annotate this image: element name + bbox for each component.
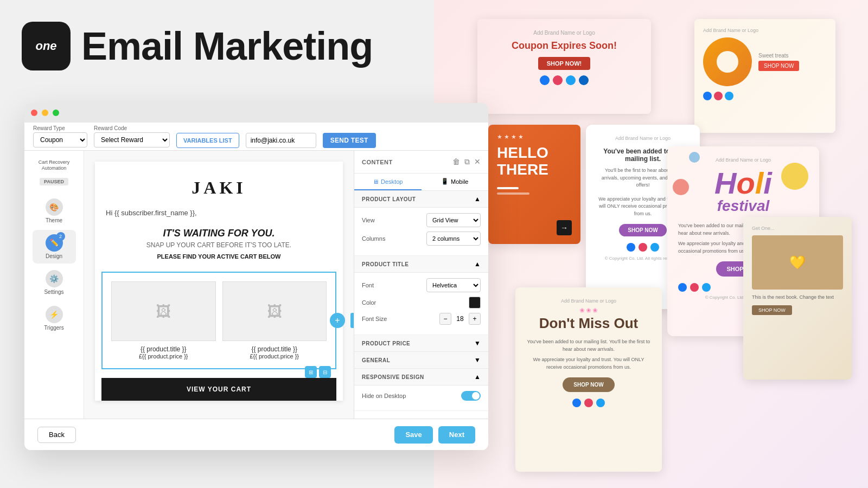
coupon-expires-text: Coupon Expires Soon! xyxy=(488,40,640,52)
back-button[interactable]: Back xyxy=(37,427,76,443)
hide-desktop-label: Hide on Desktop xyxy=(362,393,406,399)
product-price-2: £{{ product.price }} xyxy=(222,353,327,359)
app-title: Email Marketing xyxy=(81,24,373,68)
product-card-2: 🖼 {{ product.title }} £{{ product.price … xyxy=(222,281,327,359)
sidebar-design-label: Design xyxy=(46,253,62,259)
tab-mobile[interactable]: 📱 Mobile xyxy=(422,174,489,190)
product-title-section-header[interactable]: PRODUCT TITLE ▲ xyxy=(354,256,488,273)
add-block-button[interactable]: + xyxy=(330,313,345,328)
font-size-label: Font Size xyxy=(362,316,387,322)
general-section-header[interactable]: GENERAL ▼ xyxy=(354,352,488,369)
sidebar-item-settings[interactable]: ⚙️ Settings xyxy=(33,266,76,299)
next-button[interactable]: Next xyxy=(438,426,475,444)
reward-type-select[interactable]: Coupon xyxy=(33,132,87,147)
tab-mobile-label: Mobile xyxy=(451,178,468,185)
reward-code-select[interactable]: Select Reward xyxy=(94,132,170,147)
product-layout-section-header[interactable]: PRODUCT LAYOUT ▲ xyxy=(354,191,488,208)
product-card-1: 🖼 {{ product.title }} £{{ product.price … xyxy=(111,281,216,359)
view-field: View Grid View xyxy=(362,213,481,227)
color-swatch[interactable] xyxy=(469,297,481,309)
logo-box: one xyxy=(22,22,71,70)
variables-list-button[interactable]: VARIABLES LIST xyxy=(176,133,239,148)
email-body: JAKI Hi {{ subscriber.first_name }}, IT'… xyxy=(95,162,343,401)
font-size-increase[interactable]: + xyxy=(469,313,481,325)
minimize-dot[interactable] xyxy=(42,110,48,116)
donut-template-card: Add Brand Name or Logo Sweet treats SHOP… xyxy=(694,19,835,133)
desktop-icon: 🖥 xyxy=(373,178,379,185)
sidebar-item-theme[interactable]: 🎨 Theme xyxy=(33,194,76,228)
shop-now-btn-coupon: SHOP NOW! xyxy=(538,57,591,70)
maximize-dot[interactable] xyxy=(53,110,59,116)
chevron-up-icon: ▲ xyxy=(474,195,481,203)
mobile-icon: 📱 xyxy=(441,178,449,185)
settings-icon: ⚙️ xyxy=(46,270,63,287)
paused-badge: PAUSED xyxy=(40,178,68,185)
block-actions: ⊞ ⊟ xyxy=(305,366,331,378)
image-placeholder-2: 🖼 xyxy=(267,303,282,320)
content-area: Cart RecoveryAutomation PAUSED 🎨 Theme ✏… xyxy=(24,151,488,450)
main-window: Reward Type Coupon Reward Code Select Re… xyxy=(24,103,488,450)
sidebar-theme-label: Theme xyxy=(46,217,62,223)
get-one-card: Get One... 💛 This is the next book. Chan… xyxy=(743,217,852,380)
product-image-2: 🖼 xyxy=(222,281,327,341)
expand-arrow-button[interactable]: › xyxy=(350,313,354,328)
hide-desktop-toggle[interactable] xyxy=(461,391,481,401)
test-email-input[interactable] xyxy=(246,133,316,148)
right-panel: CONTENT 🗑 ⧉ ✕ 🖥 Desktop 📱 Mobile xyxy=(354,151,488,450)
reward-type-group: Reward Type Coupon xyxy=(33,125,87,147)
sidebar-item-triggers[interactable]: ⚡ Triggers xyxy=(33,301,76,335)
reward-code-group: Reward Code Select Reward xyxy=(94,125,170,147)
panel-tabs: 🖥 Desktop 📱 Mobile xyxy=(354,174,488,191)
products-grid: 🖼 {{ product.title }} £{{ product.price … xyxy=(101,272,336,369)
sidebar-automation-label: Cart RecoveryAutomation xyxy=(39,159,70,171)
responsive-design-body: Hide on Desktop xyxy=(354,386,488,411)
product-title-2: {{ product.title }} xyxy=(222,345,327,353)
save-button[interactable]: Save xyxy=(394,426,432,444)
email-greeting: Hi {{ subscriber.first_name }}, xyxy=(95,209,343,222)
product-title-1: {{ product.title }} xyxy=(111,345,216,353)
view-select[interactable]: Grid View xyxy=(426,213,481,227)
products-section: 🖼 {{ product.title }} £{{ product.price … xyxy=(95,272,343,369)
font-select[interactable]: Helvetica xyxy=(426,278,481,292)
trash-icon[interactable]: 🗑 xyxy=(452,157,460,166)
app-header: one Email Marketing xyxy=(22,22,373,70)
design-icon-wrap: ✏️ 2 xyxy=(46,234,63,252)
block-action-1[interactable]: ⊞ xyxy=(305,366,317,378)
toggle-knob xyxy=(472,392,480,400)
hello-there-card: ★ ★ ★ ★ HELLO THERE → xyxy=(488,125,580,244)
hero-title: IT'S WAITING FOR YOU. xyxy=(106,228,332,239)
reward-type-label: Reward Type xyxy=(33,125,87,131)
close-icon[interactable]: ✕ xyxy=(474,157,481,166)
hero-subtitle: SNAP UP YOUR CART BEFORE IT'S TOO LATE. xyxy=(106,241,332,249)
copy-icon[interactable]: ⧉ xyxy=(464,157,470,166)
image-placeholder-1: 🖼 xyxy=(156,303,171,320)
background-collage: Add Brand Name or Logo Coupon Expires So… xyxy=(434,0,868,488)
sidebar-settings-label: Settings xyxy=(44,289,63,295)
product-title-section-label: PRODUCT TITLE xyxy=(362,261,409,267)
columns-select[interactable]: 2 columns xyxy=(426,232,481,246)
reward-code-label: Reward Code xyxy=(94,125,170,131)
product-layout-body: View Grid View Columns 2 columns xyxy=(354,208,488,256)
tab-desktop[interactable]: 🖥 Desktop xyxy=(354,174,422,190)
product-price-section-header[interactable]: PRODUCT PRICE ▼ xyxy=(354,335,488,352)
font-size-decrease[interactable]: − xyxy=(439,313,451,325)
view-label: View xyxy=(362,217,375,223)
responsive-design-section-header[interactable]: RESPONSIVE DESIGN ▲ xyxy=(354,369,488,386)
product-title-body: Font Helvetica Color Font Size − 18 + xyxy=(354,273,488,335)
font-field: Font Helvetica xyxy=(362,278,481,292)
send-test-button[interactable]: SEND teSt xyxy=(323,133,376,148)
panel-icons: 🗑 ⧉ ✕ xyxy=(452,157,481,166)
close-dot[interactable] xyxy=(31,110,37,116)
block-action-2[interactable]: ⊟ xyxy=(319,366,331,378)
view-cart-button[interactable]: VIEW YOUR CART xyxy=(101,378,336,401)
sidebar-item-design[interactable]: ✏️ 2 Design xyxy=(33,230,76,264)
color-label: Color xyxy=(362,299,376,306)
font-size-value: 18 xyxy=(455,315,465,323)
product-price-title: PRODUCT PRICE xyxy=(362,341,410,346)
product-layout-title: PRODUCT LAYOUT xyxy=(362,196,416,202)
toolbar: Reward Type Coupon Reward Code Select Re… xyxy=(24,123,488,151)
sidebar-triggers-label: Triggers xyxy=(44,325,63,331)
font-size-control: − 18 + xyxy=(439,313,481,325)
bottom-right-buttons: Save Next xyxy=(394,426,475,444)
hide-desktop-field: Hide on Desktop xyxy=(362,391,481,401)
